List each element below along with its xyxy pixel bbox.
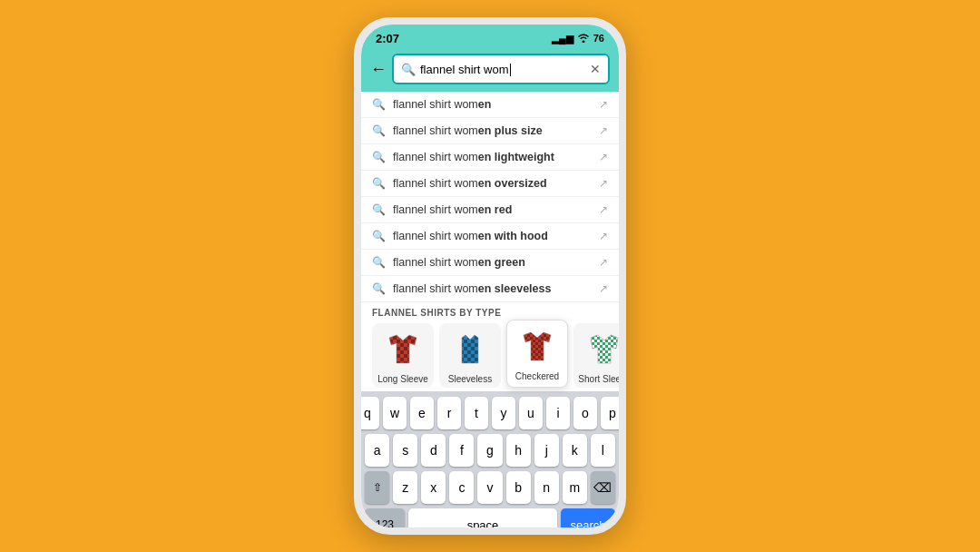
- suggestion-item[interactable]: 🔍 flannel shirt women red ↗: [361, 197, 619, 223]
- category-img-short-sleeve: [582, 327, 619, 372]
- key-o[interactable]: o: [573, 397, 597, 429]
- category-card-long-sleeve[interactable]: Long Sleeve: [372, 323, 434, 388]
- search-icon: 🔍: [372, 151, 386, 163]
- suggestion-text: flannel shirt women lightweight: [393, 151, 592, 163]
- search-icon: 🔍: [372, 256, 386, 269]
- key-g[interactable]: g: [477, 434, 502, 467]
- keyboard-row-3: ⇧ z x c v b n m ⌫: [365, 471, 615, 504]
- category-card-checkered[interactable]: Checkered: [506, 320, 568, 388]
- category-section-title: FLANNEL SHIRTS BY TYPE: [372, 308, 608, 318]
- back-button[interactable]: ←: [370, 60, 387, 79]
- key-t[interactable]: t: [465, 397, 488, 429]
- category-label: Short Sleeve: [578, 374, 619, 384]
- suggestion-text: flannel shirt women with hood: [393, 230, 592, 242]
- suggestion-item[interactable]: 🔍 flannel shirt women ↗: [361, 92, 619, 118]
- category-img-sleeveless: [447, 327, 493, 372]
- key-a[interactable]: a: [365, 434, 389, 467]
- category-img-long-sleeve: [380, 327, 426, 372]
- category-items: Long Sleeve: [372, 323, 608, 388]
- category-card-short-sleeve[interactable]: Short Sleeve: [573, 323, 619, 388]
- key-n[interactable]: n: [534, 471, 559, 504]
- keyboard-row-2: a s d f g h j k l: [365, 434, 615, 467]
- search-icon: 🔍: [372, 203, 386, 216]
- arrow-icon: ↗: [599, 282, 608, 295]
- key-d[interactable]: d: [421, 434, 446, 467]
- key-k[interactable]: k: [563, 434, 587, 467]
- key-w[interactable]: w: [383, 397, 407, 429]
- phone-frame: 2:07 ▂▄▆ 76 ← 🔍 flannel shirt wom: [354, 17, 626, 535]
- phone-screen: 2:07 ▂▄▆ 76 ← 🔍 flannel shirt wom: [361, 25, 619, 527]
- category-img-checkered: [514, 324, 560, 370]
- key-r[interactable]: r: [437, 397, 461, 429]
- suggestion-text: flannel shirt women plus size: [393, 124, 592, 137]
- key-f[interactable]: f: [449, 434, 474, 467]
- suggestion-item[interactable]: 🔍 flannel shirt women green ↗: [361, 250, 619, 276]
- key-s[interactable]: s: [393, 434, 417, 467]
- key-x[interactable]: x: [421, 471, 446, 504]
- status-time: 2:07: [376, 32, 399, 45]
- status-bar: 2:07 ▂▄▆ 76: [361, 25, 619, 50]
- arrow-icon: ↗: [599, 177, 608, 190]
- suggestion-text: flannel shirt women sleeveless: [393, 282, 592, 295]
- arrow-icon: ↗: [599, 256, 608, 269]
- keyboard: q w e r t y u i o p a s d f g h j k: [361, 391, 619, 527]
- search-icon: 🔍: [372, 177, 386, 190]
- search-bar-container: ← 🔍 flannel shirt wom ✕: [361, 50, 619, 92]
- key-p[interactable]: p: [601, 397, 619, 429]
- search-box[interactable]: 🔍 flannel shirt wom ✕: [392, 54, 610, 84]
- search-icon: 🔍: [372, 282, 386, 295]
- arrow-icon: ↗: [599, 230, 608, 242]
- keyboard-bottom-row: 123 space search: [365, 508, 615, 527]
- category-label: Long Sleeve: [377, 374, 428, 384]
- key-c[interactable]: c: [449, 471, 474, 504]
- suggestion-item[interactable]: 🔍 flannel shirt women lightweight ↗: [361, 144, 619, 171]
- key-search[interactable]: search: [561, 508, 615, 527]
- suggestion-item[interactable]: 🔍 flannel shirt women with hood ↗: [361, 223, 619, 250]
- suggestion-item[interactable]: 🔍 flannel shirt women oversized ↗: [361, 171, 619, 197]
- category-card-sleeveless[interactable]: Sleeveless: [439, 323, 501, 388]
- key-123[interactable]: 123: [365, 508, 405, 527]
- key-l[interactable]: l: [591, 434, 615, 467]
- status-icons: ▂▄▆ 76: [552, 33, 604, 44]
- key-u[interactable]: u: [519, 397, 543, 429]
- key-space[interactable]: space: [408, 508, 557, 527]
- search-input[interactable]: flannel shirt wom: [420, 63, 585, 76]
- clear-button[interactable]: ✕: [590, 62, 601, 76]
- suggestions-list: 🔍 flannel shirt women ↗ 🔍 flannel shirt …: [361, 92, 619, 302]
- key-i[interactable]: i: [546, 397, 570, 429]
- arrow-icon: ↗: [599, 203, 608, 216]
- key-m[interactable]: m: [563, 471, 587, 504]
- suggestion-text: flannel shirt women oversized: [393, 177, 592, 190]
- suggestion-text: flannel shirt women green: [393, 256, 592, 269]
- category-label: Sleeveless: [448, 374, 492, 384]
- search-icon: 🔍: [372, 124, 386, 137]
- key-v[interactable]: v: [477, 471, 502, 504]
- arrow-icon: ↗: [599, 124, 608, 137]
- key-y[interactable]: y: [492, 397, 515, 429]
- key-b[interactable]: b: [506, 471, 531, 504]
- suggestion-text: flannel shirt women: [393, 98, 592, 111]
- key-q[interactable]: q: [361, 397, 379, 429]
- category-label: Checkered: [515, 371, 559, 381]
- keyboard-row-1: q w e r t y u i o p: [365, 397, 615, 429]
- signal-icon: ▂▄▆: [552, 33, 573, 44]
- key-backspace[interactable]: ⌫: [591, 471, 615, 504]
- suggestion-item[interactable]: 🔍 flannel shirt women plus size ↗: [361, 118, 619, 144]
- search-icon: 🔍: [401, 63, 416, 76]
- key-shift[interactable]: ⇧: [365, 471, 389, 504]
- key-z[interactable]: z: [393, 471, 417, 504]
- key-h[interactable]: h: [506, 434, 531, 467]
- arrow-icon: ↗: [599, 151, 608, 163]
- suggestion-text: flannel shirt women red: [393, 203, 592, 216]
- arrow-icon: ↗: [599, 98, 608, 111]
- search-icon: 🔍: [372, 98, 386, 111]
- search-icon: 🔍: [372, 230, 386, 242]
- suggestion-item[interactable]: 🔍 flannel shirt women sleeveless ↗: [361, 276, 619, 302]
- key-e[interactable]: e: [410, 397, 434, 429]
- battery-icon: 76: [593, 33, 604, 44]
- category-section: FLANNEL SHIRTS BY TYPE: [361, 302, 619, 391]
- key-j[interactable]: j: [534, 434, 559, 467]
- wifi-icon: [577, 33, 590, 44]
